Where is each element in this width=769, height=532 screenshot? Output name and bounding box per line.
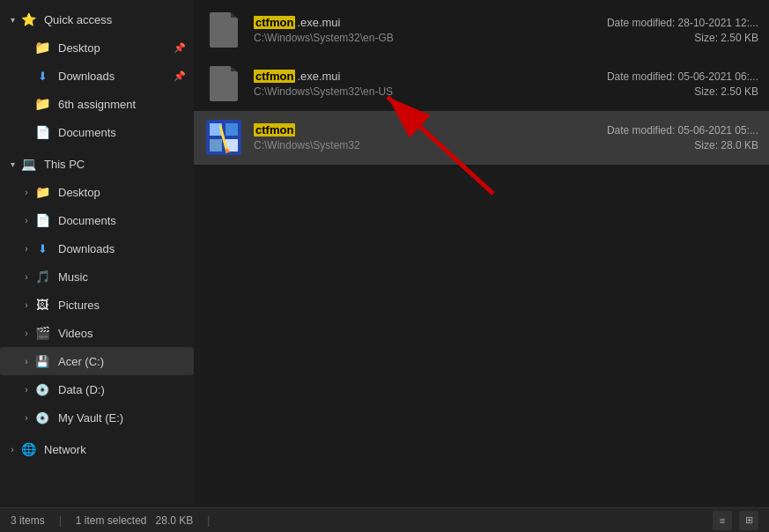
- file-info-1: ctfmon .exe.mui C:\Windows\System32\en-G…: [254, 16, 600, 44]
- sidebar-vault-label: My Vault (E:): [58, 411, 187, 425]
- file-size-1: Size: 2.50 KB: [600, 32, 758, 44]
- download-pc-icon: ⬇: [33, 240, 51, 257]
- svg-rect-2: [226, 123, 238, 136]
- file-info-2: ctfmon .exe.mui C:\Windows\System32\en-U…: [254, 70, 600, 98]
- generic-file-icon-1: [210, 12, 238, 48]
- sidebar-item-desktop-quick[interactable]: 📁 Desktop 📌: [0, 33, 194, 62]
- file-item-ctfmon-en-us[interactable]: ctfmon .exe.mui C:\Windows\System32\en-U…: [194, 57, 769, 111]
- file-item-ctfmon-en-gb[interactable]: ctfmon .exe.mui C:\Windows\System32\en-G…: [194, 4, 769, 57]
- sidebar-item-acer-c[interactable]: 💾 Acer (C:): [0, 347, 194, 375]
- folder-desktop-icon: 📁: [33, 183, 51, 201]
- music-icon: 🎵: [33, 268, 51, 285]
- sidebar-music-label: Music: [58, 270, 187, 284]
- sidebar-acer-label: Acer (C:): [58, 355, 187, 368]
- generic-file-icon-2: [210, 66, 238, 101]
- file-name-highlight-3: ctfmon: [254, 123, 295, 137]
- sidebar-item-6th-assignment[interactable]: 📁 6th assignment: [0, 90, 194, 118]
- documents-icon: 📄: [33, 123, 51, 141]
- sidebar-documents-pc-label: Documents: [58, 214, 187, 227]
- vault-chevron: [19, 410, 33, 425]
- file-size-3: Size: 28.0 KB: [600, 139, 758, 151]
- file-icon-3: [204, 118, 243, 157]
- file-name-highlight-2: ctfmon: [254, 70, 295, 83]
- sidebar-videos-label: Videos: [58, 327, 187, 340]
- music-chevron: [19, 270, 33, 284]
- file-name-row-3: ctfmon: [254, 123, 600, 137]
- file-info-3: ctfmon C:\Windows\System32: [254, 123, 600, 151]
- file-icon-2: [204, 64, 243, 103]
- pictures-icon: 🖼: [33, 296, 51, 314]
- desktop-pc-chevron: [19, 185, 33, 199]
- this-pc-label: This PC: [44, 158, 187, 171]
- pc-icon: 💻: [19, 155, 37, 173]
- sidebar-item-this-pc[interactable]: 💻 This PC: [0, 150, 194, 178]
- file-path-2: C:\Windows\System32\en-US: [254, 85, 600, 98]
- drive-d-icon: 💿: [33, 381, 51, 398]
- documents-pc-icon: 📄: [33, 211, 51, 229]
- download-icon: ⬇: [33, 67, 51, 85]
- file-meta-3: Date modified: 05-06-2021 05:... Size: 2…: [600, 124, 758, 151]
- status-divider-2: |: [207, 514, 210, 527]
- folder-icon: 📁: [33, 39, 51, 56]
- file-icon-1: [204, 11, 243, 49]
- quick-access-label: Quick access: [44, 13, 187, 26]
- videos-chevron: [19, 326, 33, 340]
- file-list: ctfmon .exe.mui C:\Windows\System32\en-G…: [194, 0, 769, 168]
- acer-chevron: [19, 354, 33, 368]
- file-item-ctfmon-exe[interactable]: ctfmon C:\Windows\System32 Date modified…: [194, 111, 769, 165]
- file-path-1: C:\Windows\System32\en-GB: [254, 32, 600, 44]
- sidebar-downloads-label: Downloads: [58, 70, 173, 83]
- folder-yellow-icon: 📁: [33, 95, 51, 113]
- quick-access-chevron: [5, 12, 19, 26]
- status-selection: 1 item selected 28.0 KB: [76, 514, 193, 527]
- sidebar-item-data-d[interactable]: 💿 Data (D:): [0, 375, 194, 403]
- sidebar-item-my-vault[interactable]: 💿 My Vault (E:): [0, 403, 194, 432]
- star-icon: ⭐: [19, 11, 37, 28]
- file-name-highlight-1: ctfmon: [254, 16, 295, 29]
- sidebar-item-pictures[interactable]: 🖼 Pictures: [0, 291, 194, 319]
- sidebar-item-documents-pc[interactable]: 📄 Documents: [0, 206, 194, 234]
- file-date-2: Date modified: 05-06-2021 06:...: [600, 70, 758, 83]
- file-name-rest-1: .exe.mui: [297, 16, 340, 29]
- sidebar-desktop-label: Desktop: [58, 41, 173, 55]
- status-bar: 3 items | 1 item selected 28.0 KB | ≡ ⊞: [0, 507, 769, 532]
- network-label: Network: [44, 443, 187, 456]
- sidebar-desktop-pc-label: Desktop: [58, 186, 187, 199]
- sidebar-item-music[interactable]: 🎵 Music: [0, 262, 194, 291]
- sidebar-assignment-label: 6th assignment: [58, 98, 187, 111]
- status-item-count: 3 items: [11, 514, 45, 527]
- pin-icon: 📌: [173, 41, 187, 55]
- sidebar-pictures-label: Pictures: [58, 299, 187, 312]
- sidebar: ⭐ Quick access 📁 Desktop 📌 ⬇ Downloads 📌…: [0, 0, 194, 507]
- drive-e-icon: 💿: [33, 409, 51, 426]
- list-view-button[interactable]: ≡: [713, 511, 732, 530]
- view-controls: ≡ ⊞: [713, 511, 758, 530]
- data-chevron: [19, 382, 33, 396]
- sidebar-item-videos[interactable]: 🎬 Videos: [0, 319, 194, 347]
- file-size-2: Size: 2.50 KB: [600, 85, 758, 98]
- status-divider-1: |: [59, 514, 62, 527]
- sidebar-downloads-pc-label: Downloads: [58, 242, 187, 255]
- file-path-3: C:\Windows\System32: [254, 139, 600, 151]
- sidebar-item-documents-quick[interactable]: 📄 Documents: [0, 118, 194, 146]
- file-name-rest-2: .exe.mui: [297, 70, 340, 83]
- videos-icon: 🎬: [33, 324, 51, 342]
- this-pc-chevron: [5, 157, 19, 171]
- sidebar-item-quick-access[interactable]: ⭐ Quick access: [0, 5, 194, 33]
- file-date-3: Date modified: 05-06-2021 05:...: [600, 124, 758, 137]
- network-chevron: [5, 442, 19, 456]
- network-icon: 🌐: [19, 440, 37, 458]
- ctfmon-app-icon: [206, 120, 241, 155]
- file-meta-2: Date modified: 05-06-2021 06:... Size: 2…: [600, 70, 758, 98]
- file-name-row-2: ctfmon .exe.mui: [254, 70, 600, 83]
- sidebar-item-desktop-pc[interactable]: 📁 Desktop: [0, 178, 194, 206]
- sidebar-documents-quick-label: Documents: [58, 126, 187, 139]
- sidebar-item-downloads-quick[interactable]: ⬇ Downloads 📌: [0, 62, 194, 90]
- svg-rect-3: [210, 139, 222, 151]
- documents-pc-chevron: [19, 213, 33, 227]
- grid-view-button[interactable]: ⊞: [739, 511, 758, 530]
- file-date-1: Date modified: 28-10-2021 12:...: [600, 17, 758, 29]
- drive-c-icon: 💾: [33, 352, 51, 370]
- sidebar-item-network[interactable]: 🌐 Network: [0, 435, 194, 463]
- sidebar-item-downloads-pc[interactable]: ⬇ Downloads: [0, 234, 194, 262]
